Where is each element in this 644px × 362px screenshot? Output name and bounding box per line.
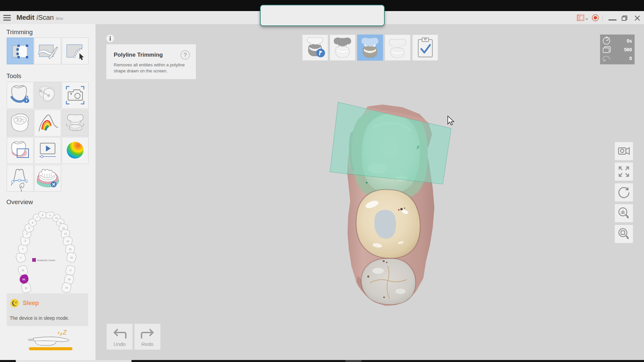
svg-text:16: 16 (70, 256, 73, 259)
svg-text:7: 7 (36, 217, 38, 219)
svg-text:8: 8 (42, 214, 43, 216)
svg-text:32: 32 (21, 269, 24, 272)
svg-text:31: 31 (22, 278, 25, 281)
svg-text:11: 11 (59, 222, 61, 224)
svg-text:Z: Z (62, 329, 67, 336)
svg-text:Anatomic crown: Anatomic crown (37, 259, 55, 262)
svg-text:6: 6 (32, 222, 33, 224)
svg-text:12: 12 (62, 227, 65, 229)
svg-text:18: 18 (68, 278, 70, 281)
svg-text:19: 19 (65, 287, 68, 289)
svg-text:1: 1 (20, 256, 21, 259)
svg-text:3: 3 (24, 240, 26, 242)
svg-text:?: ? (183, 52, 186, 58)
svg-text:9: 9 (49, 214, 51, 217)
svg-text:z: z (60, 331, 62, 336)
svg-text:4: 4 (26, 233, 28, 235)
svg-text:30: 30 (25, 287, 28, 289)
svg-text:14: 14 (66, 240, 69, 242)
svg-text:10: 10 (55, 217, 58, 219)
svg-text:17: 17 (69, 269, 72, 272)
svg-text:z: z (57, 331, 59, 335)
svg-text:2: 2 (22, 248, 23, 250)
svg-text:15: 15 (69, 248, 71, 250)
svg-text:13: 13 (64, 233, 67, 235)
svg-text:5: 5 (29, 227, 30, 229)
